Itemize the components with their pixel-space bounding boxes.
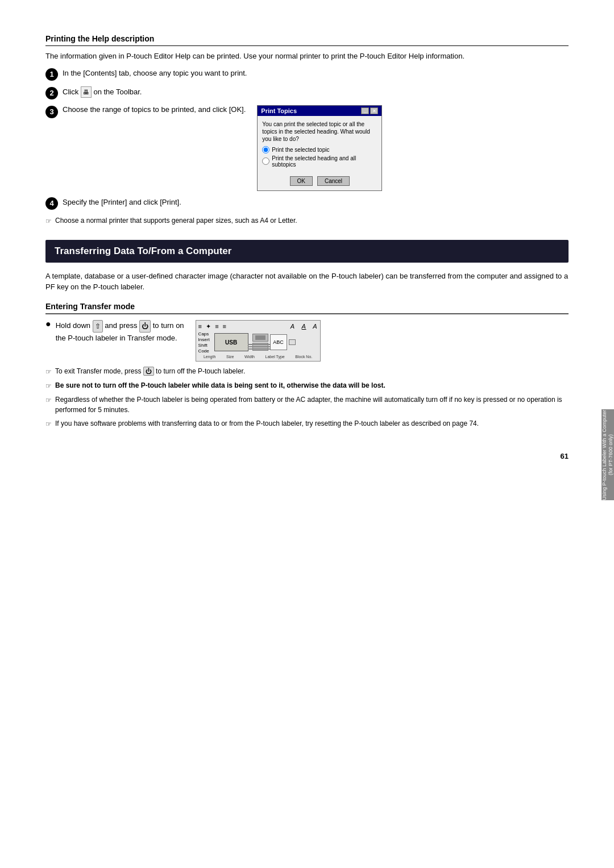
device-labels-left: Caps Insert Shift Code [198,331,210,354]
label-type: Label Type [265,355,285,359]
note-battery-text: Regardless of whether the P-touch labele… [55,394,569,415]
label-block: Block No. [295,355,312,359]
device-icon-inner [255,335,265,340]
line-1 [248,344,273,345]
step-3: 3 Choose the range of topics to be print… [45,105,569,191]
note-bold-text: Be sure not to turn off the P-touch labe… [55,380,385,391]
device-icon-bottom [252,343,268,351]
note-bold-warning: ☞ Be sure not to turn off the P-touch la… [45,380,569,391]
device-abc-box: ABC [270,334,287,350]
note-software: ☞ If you have software problems with tra… [45,418,569,429]
bullet-text: Hold down ⇧ and press ⏻ to turn on the P… [56,320,184,362]
entering-transfer-section: Entering Transfer mode ● Hold down ⇧ and… [45,302,569,429]
dialog-cancel-btn[interactable]: Cancel [317,176,350,186]
printing-help-section: Printing the Help description The inform… [45,34,569,226]
note-icon: ☞ [45,216,52,226]
shift-key-icon: ⇧ [93,320,103,333]
step-1-number: 1 [45,68,58,81]
device-lines [248,344,273,350]
note-software-text: If you have software problems with trans… [55,418,479,429]
step-3-number: 3 [45,106,58,118]
hold-down-text: Hold down [56,321,93,330]
note-text: Choose a normal printer that supports ge… [55,215,297,226]
label-width: Width [244,355,255,359]
power-icon-note: ⏻ [143,367,154,376]
device-arrow-1 [289,339,296,345]
page: Printing the Help description The inform… [0,0,614,868]
step-3-text: Choose the range of topics to be printed… [63,105,246,114]
label-size: Size [226,355,234,359]
note-battery: ☞ Regardless of whether the P-touch labe… [45,394,569,415]
bullet-row: Hold down ⇧ and press ⏻ to turn on the P… [56,320,321,362]
device-top-symbols: ≡ ✦ ≡ ≡ [198,323,227,330]
power-key-icon: ⏻ [139,320,151,333]
device-main-area: Caps Insert Shift Code USB [198,331,318,354]
device-bottom-labels: Length Size Width Label Type Block No. [198,355,318,359]
device-arrow-area [289,339,296,345]
label-length: Length [204,355,215,359]
bullet-dot: ● [45,319,51,329]
step-2: 2 Click 🖶 on the Toolbar. [45,86,569,99]
dialog-minimize-btn[interactable]: _ [361,107,369,114]
transfer-mode-bullet: ● Hold down ⇧ and press ⏻ to turn on the… [45,320,569,362]
dialog-body: You can print the selected topic or all … [258,116,381,174]
page-number: 61 [45,452,569,460]
dialog-titlebar: Print Topics _ × [258,106,381,116]
side-tab-wrapper: Using P-touch Labeler With a Computer (f… [601,409,614,500]
device-screen: USB [214,333,248,351]
line-3 [248,348,273,350]
note-icon-3: ☞ [45,395,52,405]
printing-help-title: Printing the Help description [45,34,569,46]
note-exit-text: To exit Transfer mode, press ⏻ to turn o… [55,366,245,376]
device-icon-top [252,334,268,342]
dialog-ok-btn[interactable]: OK [290,176,313,186]
device-top-bar: ≡ ✦ ≡ ≡ A A A [198,323,318,330]
device-display: ≡ ✦ ≡ ≡ A A A Caps Insert Shift Code USB [196,320,321,362]
printing-note: ☞ Choose a normal printer that supports … [45,215,569,226]
entering-transfer-title: Entering Transfer mode [45,302,569,314]
device-middle-icons [252,334,268,351]
note-icon-1: ☞ [45,367,52,377]
step-4-number: 4 [45,197,58,210]
step-1: 1 In the [Contents] tab, choose any topi… [45,68,569,81]
dialog-body-text: You can print the selected topic or all … [262,121,377,143]
note-exit-transfer: ☞ To exit Transfer mode, press ⏻ to turn… [45,366,569,377]
step-4: 4 Specify the [Printer] and click [Print… [45,197,569,210]
transfer-section-banner: Transferring Data To/From a Computer [45,240,569,263]
step-1-text: In the [Contents] tab, choose any topic … [63,68,569,79]
note-icon-4: ☞ [45,419,52,429]
print-topics-dialog: Print Topics _ × You can print the selec… [257,105,382,191]
side-tab-text: Using P-touch Labeler With a Computer (f… [601,409,614,500]
device-top-alpha: A A A [291,323,318,330]
note-icon-2: ☞ [45,381,52,391]
dialog-close-btn[interactable]: × [370,107,378,114]
dialog-title: Print Topics [261,107,297,114]
printing-help-intro: The information given in P-touch Editor … [45,51,569,62]
step-2-text: Click 🖶 on the Toolbar. [63,86,569,98]
transfer-intro: A template, database or a user-defined c… [45,271,569,293]
toolbar-print-icon: 🖶 [81,86,92,98]
usb-label: USB [225,339,237,346]
dialog-option-1[interactable]: Print the selected topic [262,146,377,153]
dialog-titlebar-buttons: _ × [361,107,378,114]
step-2-number: 2 [45,87,58,99]
line-2 [248,346,273,347]
step-3-row: Choose the range of topics to be printed… [63,105,382,191]
dialog-option-2[interactable]: Print the selected heading and all subto… [262,155,377,168]
dialog-footer: OK Cancel [258,174,381,190]
step-4-text: Specify the [Printer] and click [Print]. [63,197,569,208]
